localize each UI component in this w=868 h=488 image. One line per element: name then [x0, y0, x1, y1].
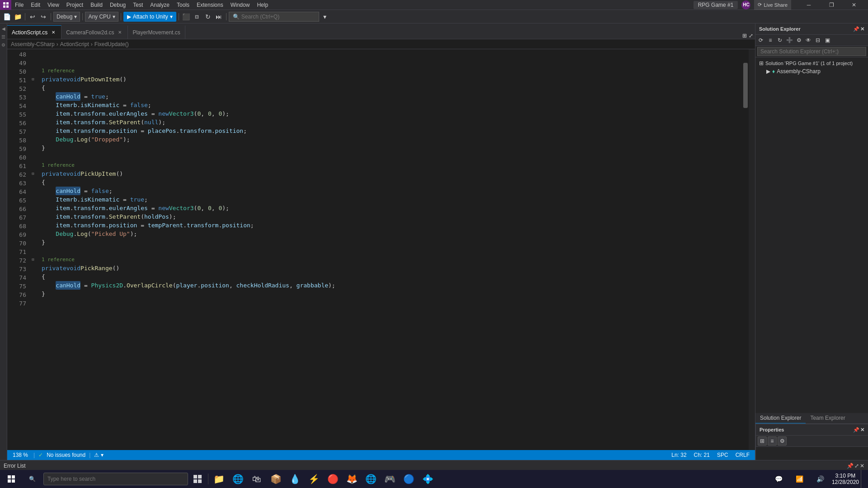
editor-scrollbar[interactable] [742, 49, 749, 450]
taskbar-store[interactable]: 🛍 [247, 470, 266, 488]
tab-camerafollow-close[interactable]: ✕ [117, 29, 123, 36]
prop-btn-property-pages[interactable]: ⚙ [778, 436, 787, 446]
menu-debug[interactable]: Debug [106, 0, 129, 9]
se-btn-collapse[interactable]: ⊟ [813, 36, 822, 45]
start-button[interactable] [0, 470, 23, 488]
toolbar-open[interactable]: 📁 [13, 12, 23, 22]
toolbar-btn1[interactable]: ⬛ [181, 12, 191, 22]
menu-help[interactable]: Help [253, 0, 272, 9]
se-close-button[interactable]: ✕ [860, 26, 864, 32]
restore-button[interactable]: ❐ [821, 0, 842, 10]
el-pin-button[interactable]: 📌 [847, 463, 854, 469]
taskbar-vs[interactable]: 💠 [418, 470, 437, 488]
se-btn-show-all[interactable]: 👁 [804, 36, 813, 45]
taskbar-amazon[interactable]: 📦 [266, 470, 285, 488]
collapse-70[interactable]: ⊟ [32, 255, 34, 264]
el-close-button[interactable]: ✕ [860, 463, 864, 469]
sidebar-icon-3[interactable]: ⚙ [0, 42, 7, 48]
taskbar-time[interactable]: 3:10 PM 12/28/2020 [832, 473, 859, 485]
menu-extensions[interactable]: Extensions [193, 0, 227, 9]
prop-btn-categorized[interactable]: ⊞ [758, 436, 767, 446]
tab-playermovement[interactable]: PlayerMovement.cs [128, 25, 185, 39]
se-btn-new[interactable]: ➕ [785, 36, 794, 45]
taskbar-taskview[interactable] [188, 470, 207, 488]
sidebar-icon-1[interactable]: ◀ [0, 25, 7, 32]
prop-close-button[interactable]: ✕ [860, 427, 864, 433]
minimize-button[interactable]: ─ [798, 0, 819, 10]
zoom-level[interactable]: 138 % [11, 452, 30, 458]
tab-new-vertical-group[interactable]: ⊞ [742, 33, 747, 39]
menu-project[interactable]: Project [63, 0, 87, 9]
se-btn-sync[interactable]: ⟳ [756, 36, 765, 45]
tab-expand[interactable]: ⤢ [749, 33, 753, 39]
toolbar-btn3[interactable]: ↻ [203, 12, 213, 22]
taskbar-app2[interactable]: 🔴 [323, 470, 342, 488]
tab-team-explorer[interactable]: Team Explorer [806, 413, 849, 423]
breadcrumb-member[interactable]: FixedUpdate() [94, 41, 129, 47]
live-share-button[interactable]: ⟳ Live Share [754, 0, 791, 10]
el-float-button[interactable]: ⤢ [854, 463, 859, 469]
no-issues-label[interactable]: No issues found [47, 452, 85, 458]
taskbar-search-input[interactable] [47, 476, 184, 482]
breadcrumb-file[interactable]: ActionScript [60, 41, 89, 47]
encoding[interactable]: SPC [715, 452, 730, 458]
play-button[interactable]: ▶ Attach to Unity ▾ [123, 12, 176, 22]
toolbar-new[interactable]: 📄 [2, 12, 12, 22]
debug-config-dropdown[interactable]: Debug ▾ [53, 12, 80, 22]
collapse-50[interactable]: ⊟ [32, 75, 34, 84]
toolbar-btn4[interactable]: ⏭ [214, 12, 224, 22]
menu-file[interactable]: File [11, 0, 27, 9]
breadcrumb-project[interactable]: Assembly-CSharp [11, 41, 55, 47]
user-avatar[interactable]: HC [741, 0, 750, 9]
taskbar-chrome[interactable]: 🌐 [361, 470, 380, 488]
search-input[interactable] [241, 14, 309, 20]
tab-actionscript[interactable]: ActionScript.cs ✕ [7, 25, 61, 39]
scrollbar-thumb[interactable] [743, 63, 748, 108]
se-item-solution[interactable]: ⊞ Solution 'RPG Game #1' (1 of 1 project… [755, 59, 868, 67]
se-btn-refresh[interactable]: ↻ [775, 36, 784, 45]
col-number[interactable]: Ch: 21 [692, 452, 712, 458]
toolbar-undo[interactable]: ↩ [28, 12, 38, 22]
se-search-input[interactable] [757, 47, 866, 56]
tab-camerafollow[interactable]: CameraFollow2d.cs ✕ [61, 25, 128, 39]
menu-build[interactable]: Build [87, 0, 106, 9]
error-nav-button[interactable]: ⚠ ▾ [94, 452, 103, 458]
se-item-project[interactable]: ▶ ♦ Assembly-CSharp [755, 67, 868, 75]
taskbar-search-icon[interactable]: 🔍 [23, 470, 42, 488]
menu-edit[interactable]: Edit [27, 0, 44, 9]
prop-btn-alphabetical[interactable]: ≡ [768, 436, 777, 446]
taskbar-app1[interactable]: ⚡ [304, 470, 323, 488]
se-btn-properties[interactable]: ⚙ [794, 36, 803, 45]
se-pin-button[interactable]: 📌 [853, 26, 859, 32]
tab-actionscript-close[interactable]: ✕ [50, 29, 57, 36]
taskbar-edge[interactable]: 🌐 [228, 470, 247, 488]
taskbar-network[interactable]: 📶 [790, 470, 809, 488]
taskbar-notification[interactable]: 💬 [769, 470, 788, 488]
menu-tools[interactable]: Tools [173, 0, 193, 9]
code-area[interactable]: 1 reference private void PutDownItem() {… [36, 49, 742, 450]
taskbar-app4[interactable]: 🔵 [399, 470, 418, 488]
menu-window[interactable]: Window [227, 0, 254, 9]
toolbar-btn2[interactable]: ⧈ [192, 12, 202, 22]
taskbar-show-desktop[interactable] [861, 470, 864, 488]
prop-pin-button[interactable]: 📌 [853, 427, 859, 433]
taskbar-explorer[interactable]: 📁 [209, 470, 228, 488]
tab-solution-explorer[interactable]: Solution Explorer [755, 413, 806, 423]
line-endings[interactable]: CRLF [734, 452, 751, 458]
taskbar-search-bar[interactable] [43, 473, 188, 485]
sidebar-icon-2[interactable]: ☰ [0, 33, 7, 40]
taskbar-firefox[interactable]: 🦊 [342, 470, 361, 488]
taskbar-app3[interactable]: 🎮 [380, 470, 399, 488]
close-button[interactable]: ✕ [844, 0, 864, 10]
line-number[interactable]: Ln: 32 [670, 452, 688, 458]
taskbar-volume[interactable]: 🔊 [811, 470, 830, 488]
search-options-button[interactable]: ▾ [320, 12, 330, 22]
se-btn-preview[interactable]: ▣ [823, 36, 832, 45]
collapse-60[interactable]: ⊟ [32, 169, 34, 178]
menu-analyze[interactable]: Analyze [146, 0, 173, 9]
menu-test[interactable]: Test [129, 0, 146, 9]
se-btn-filter[interactable]: ≡ [766, 36, 775, 45]
taskbar-dropbox[interactable]: 💧 [285, 470, 304, 488]
menu-view[interactable]: View [44, 0, 63, 9]
search-box[interactable]: 🔍 [229, 12, 319, 22]
